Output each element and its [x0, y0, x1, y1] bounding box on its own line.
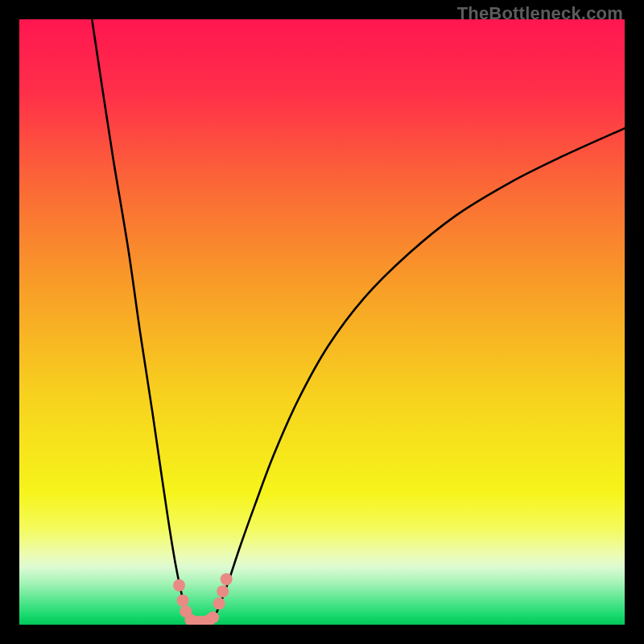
- chart-frame: TheBottleneck.com: [0, 0, 644, 644]
- chart-svg: [19, 19, 625, 625]
- plot-area: [19, 19, 625, 625]
- highlight-dot: [177, 594, 189, 606]
- highlight-dot: [217, 585, 229, 597]
- highlight-dot: [173, 580, 185, 592]
- highlight-dot: [213, 597, 225, 609]
- highlight-dot: [207, 611, 219, 623]
- watermark-text: TheBottleneck.com: [457, 3, 623, 24]
- highlight-dot: [221, 573, 233, 585]
- gradient-background: [19, 19, 625, 625]
